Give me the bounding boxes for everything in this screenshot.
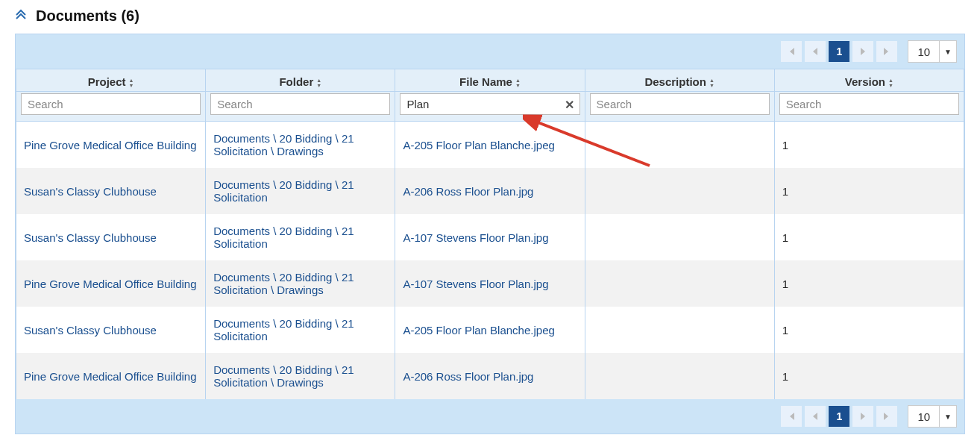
documents-panel: 1 10 ▼ Project▲▼ Folder▲▼ File Name▲▼ De…: [15, 34, 965, 434]
cell-folder[interactable]: Documents \ 20 Bidding \ 21 Solicitation…: [206, 353, 395, 399]
filter-project-input[interactable]: [21, 93, 201, 115]
pager-last-button[interactable]: [876, 406, 897, 427]
cell-version: 1: [774, 214, 964, 260]
cell-version: 1: [774, 353, 964, 399]
filter-version-input[interactable]: [779, 93, 959, 115]
sort-icon: ▲▼: [709, 78, 714, 88]
cell-project[interactable]: Pine Grove Medical Office Building: [16, 260, 206, 307]
cell-filename[interactable]: A-107 Stevens Floor Plan.jpg: [395, 260, 585, 307]
cell-description: [585, 260, 774, 307]
table-row: Pine Grove Medical Office BuildingDocume…: [16, 260, 964, 307]
cell-folder[interactable]: Documents \ 20 Bidding \ 21 Solicitation: [206, 214, 395, 260]
table-row: Susan's Classy ClubhouseDocuments \ 20 B…: [16, 214, 964, 260]
sort-icon: ▲▼: [316, 78, 321, 88]
pager-first-button[interactable]: [781, 406, 802, 427]
cell-description: [585, 214, 774, 260]
documents-table: Project▲▼ Folder▲▼ File Name▲▼ Descripti…: [16, 69, 964, 399]
table-row: Susan's Classy ClubhouseDocuments \ 20 B…: [16, 307, 964, 353]
col-header-filename[interactable]: File Name▲▼: [395, 69, 585, 92]
table-row: Pine Grove Medical Office BuildingDocume…: [16, 353, 964, 399]
cell-project[interactable]: Pine Grove Medical Office Building: [16, 353, 206, 399]
pager-last-button[interactable]: [876, 41, 897, 62]
cell-filename[interactable]: A-206 Ross Floor Plan.jpg: [395, 353, 585, 399]
cell-folder[interactable]: Documents \ 20 Bidding \ 21 Solicitation: [206, 307, 395, 353]
cell-filename[interactable]: A-206 Ross Floor Plan.jpg: [395, 168, 585, 214]
pager-prev-button[interactable]: [805, 406, 826, 427]
cell-project[interactable]: Pine Grove Medical Office Building: [16, 122, 206, 169]
cell-filename[interactable]: A-205 Floor Plan Blanche.jpeg: [395, 307, 585, 353]
cell-project[interactable]: Susan's Classy Clubhouse: [16, 168, 206, 214]
col-header-folder[interactable]: Folder▲▼: [206, 69, 395, 92]
filter-folder-input[interactable]: [210, 93, 390, 115]
table-row: Susan's Classy ClubhouseDocuments \ 20 B…: [16, 168, 964, 214]
cell-description: [585, 353, 774, 399]
pager-page-current[interactable]: 1: [829, 41, 849, 62]
chevron-down-icon: ▼: [939, 41, 956, 62]
cell-version: 1: [774, 307, 964, 353]
filter-description-input[interactable]: [590, 93, 770, 115]
cell-version: 1: [774, 122, 964, 169]
filter-filename-input[interactable]: [400, 93, 579, 115]
col-header-description[interactable]: Description▲▼: [585, 69, 774, 92]
cell-project[interactable]: Susan's Classy Clubhouse: [16, 214, 206, 260]
sort-icon: ▲▼: [888, 78, 893, 88]
col-header-version[interactable]: Version▲▼: [774, 69, 964, 92]
col-header-project[interactable]: Project▲▼: [16, 69, 206, 92]
page-title: Documents (6): [36, 7, 139, 25]
table-row: Pine Grove Medical Office BuildingDocume…: [16, 122, 964, 169]
page-size-value: 10: [908, 410, 939, 423]
cell-project[interactable]: Susan's Classy Clubhouse: [16, 307, 206, 353]
pager-top: 1 10 ▼: [16, 34, 964, 69]
cell-description: [585, 168, 774, 214]
pager-prev-button[interactable]: [805, 41, 826, 62]
page-size-select[interactable]: 10 ▼: [908, 405, 957, 428]
pager-next-button[interactable]: [852, 406, 873, 427]
pager-bottom: 1 10 ▼: [16, 399, 964, 434]
cell-description: [585, 307, 774, 353]
cell-folder[interactable]: Documents \ 20 Bidding \ 21 Solicitation…: [206, 260, 395, 307]
chevron-down-icon: ▼: [939, 406, 956, 427]
cell-description: [585, 122, 774, 169]
collapse-icon[interactable]: [15, 8, 27, 24]
cell-filename[interactable]: A-205 Floor Plan Blanche.jpeg: [395, 122, 585, 169]
page-size-value: 10: [908, 46, 939, 58]
sort-icon: ▲▼: [129, 78, 134, 88]
cell-filename[interactable]: A-107 Stevens Floor Plan.jpg: [395, 214, 585, 260]
sort-icon: ▲▼: [515, 78, 521, 88]
cell-version: 1: [774, 168, 964, 214]
pager-next-button[interactable]: [852, 41, 873, 62]
page-size-select[interactable]: 10 ▼: [908, 40, 957, 63]
pager-page-current[interactable]: 1: [829, 406, 849, 427]
clear-filter-icon[interactable]: ✕: [565, 97, 574, 111]
cell-folder[interactable]: Documents \ 20 Bidding \ 21 Solicitation…: [206, 122, 395, 169]
cell-version: 1: [774, 260, 964, 307]
pager-first-button[interactable]: [781, 41, 802, 62]
cell-folder[interactable]: Documents \ 20 Bidding \ 21 Solicitation: [206, 168, 395, 214]
